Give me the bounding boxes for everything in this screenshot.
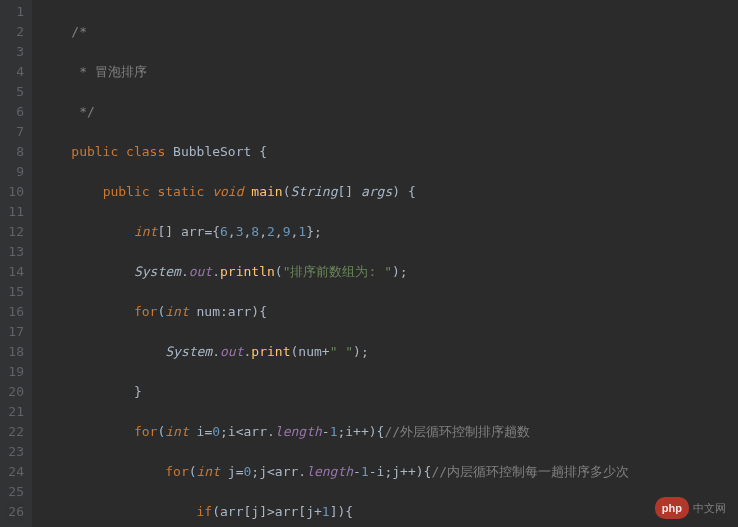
comment: //内层循环控制每一趟排序多少次 <box>431 464 629 479</box>
brace: { <box>345 504 353 519</box>
type: int <box>197 464 220 479</box>
number: 0 <box>212 424 220 439</box>
line-number: 24 <box>4 462 24 482</box>
bracket: [ <box>298 504 306 519</box>
op: + <box>322 344 330 359</box>
var: arr <box>275 464 298 479</box>
brace: { <box>212 224 220 239</box>
var: i <box>228 424 236 439</box>
var: arr <box>181 224 204 239</box>
var: arr <box>220 504 243 519</box>
number: 1 <box>298 224 306 239</box>
dot: . <box>212 264 220 279</box>
var: arr <box>244 424 267 439</box>
line-gutter: 1 2 3 4 5 6 7 8 9 10 11 12 13 14 15 16 1… <box>0 0 32 527</box>
code-line: for(int j=0;j<arr.length-1-i;j++){//内层循环… <box>40 462 738 482</box>
line-number: 10 <box>4 182 24 202</box>
line-number: 26 <box>4 502 24 522</box>
op: < <box>236 424 244 439</box>
type: int <box>165 304 188 319</box>
op: - <box>322 424 330 439</box>
type: String <box>291 184 338 199</box>
line-number: 16 <box>4 302 24 322</box>
var: i <box>345 424 353 439</box>
string: "排序前数组为: " <box>283 264 392 279</box>
keyword: if <box>197 504 213 519</box>
code-line: for(int i=0;i<arr.length-1;i++){//外层循环控制… <box>40 422 738 442</box>
line-number: 5 <box>4 82 24 102</box>
var: j <box>228 464 236 479</box>
line-number: 3 <box>4 42 24 62</box>
line-number: 18 <box>4 342 24 362</box>
var: arr <box>228 304 251 319</box>
paren: ( <box>275 264 283 279</box>
op: ++ <box>353 424 369 439</box>
paren: ( <box>283 184 291 199</box>
dot: . <box>298 464 306 479</box>
code-line: public static void main(String[] args) { <box>40 182 738 202</box>
line-number: 15 <box>4 282 24 302</box>
code-line: int[] arr={6,3,8,2,9,1}; <box>40 222 738 242</box>
var: j <box>392 464 400 479</box>
var: j <box>259 464 267 479</box>
watermark-text: 中文网 <box>693 498 726 518</box>
code-line: */ <box>40 102 738 122</box>
number: 8 <box>251 224 259 239</box>
line-number: 7 <box>4 122 24 142</box>
comment: * <box>71 64 94 79</box>
line-number: 19 <box>4 362 24 382</box>
op: < <box>267 464 275 479</box>
paren: ) <box>251 304 259 319</box>
comment: //外层循环控制排序趟数 <box>384 424 530 439</box>
paren: ) <box>392 184 400 199</box>
paren: ) <box>369 424 377 439</box>
comma: , <box>259 224 267 239</box>
line-number: 1 <box>4 2 24 22</box>
number: 3 <box>236 224 244 239</box>
comment: */ <box>71 104 94 119</box>
dot: . <box>212 344 220 359</box>
bracket: ] <box>259 504 267 519</box>
brace: { <box>400 184 416 199</box>
object: System <box>165 344 212 359</box>
paren: ( <box>212 504 220 519</box>
op: > <box>267 504 275 519</box>
line-number: 23 <box>4 442 24 462</box>
line-number: 8 <box>4 142 24 162</box>
semi: ; <box>251 464 259 479</box>
line-number: 25 <box>4 482 24 502</box>
function: main <box>251 184 282 199</box>
code-editor: 1 2 3 4 5 6 7 8 9 10 11 12 13 14 15 16 1… <box>0 0 738 527</box>
paren: ( <box>189 464 197 479</box>
comment: /* <box>71 24 87 39</box>
line-number: 13 <box>4 242 24 262</box>
watermark: php 中文网 <box>655 497 726 519</box>
code-line: for(int num:arr){ <box>40 302 738 322</box>
field: length <box>275 424 322 439</box>
var: j <box>251 504 259 519</box>
brace: }; <box>306 224 322 239</box>
keyword: for <box>134 424 157 439</box>
keyword: static <box>157 184 204 199</box>
line-number: 6 <box>4 102 24 122</box>
paren: ); <box>392 264 408 279</box>
keyword: for <box>165 464 188 479</box>
dot: . <box>181 264 189 279</box>
code-line: * 冒泡排序 <box>40 62 738 82</box>
type: int <box>165 424 188 439</box>
class-name: BubbleSort <box>173 144 251 159</box>
op: = <box>236 464 244 479</box>
semi: ; <box>220 424 228 439</box>
line-number: 9 <box>4 162 24 182</box>
function: println <box>220 264 275 279</box>
line-number: 11 <box>4 202 24 222</box>
comma: , <box>228 224 236 239</box>
code-area[interactable]: /* * 冒泡排序 */ public class BubbleSort { p… <box>32 0 738 527</box>
paren: ) <box>416 464 424 479</box>
colon: : <box>220 304 228 319</box>
op: + <box>314 504 322 519</box>
number: 1 <box>322 504 330 519</box>
code-line: if(arr[j]>arr[j+1]){ <box>40 502 738 522</box>
line-number: 4 <box>4 62 24 82</box>
string: " " <box>330 344 353 359</box>
